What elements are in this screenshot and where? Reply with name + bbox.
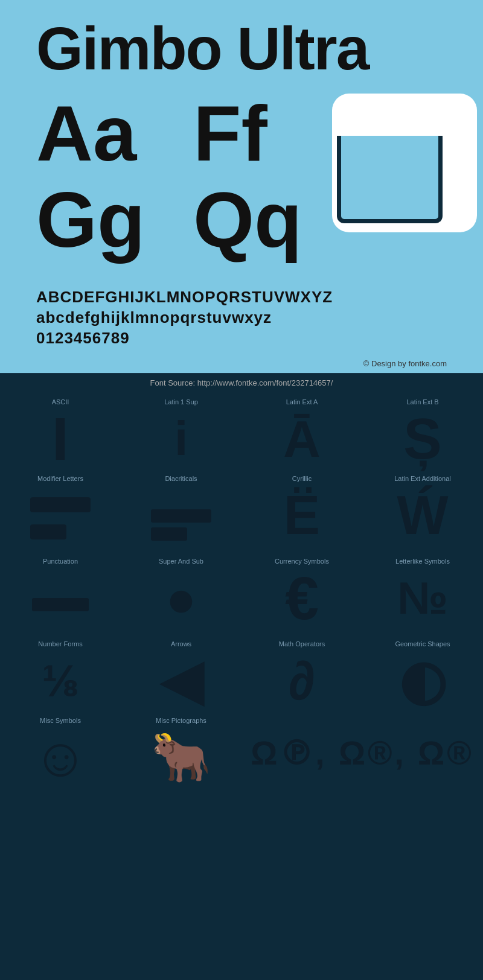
- glyph-row-2: Modifier Letters Diacriticals Cyrillic Ё: [0, 469, 483, 552]
- misc-pictographs-char: 🐂: [121, 727, 242, 788]
- math-operators-label: Math Operators: [242, 634, 362, 651]
- alphabet-section: ABCDEFGHIJKLMNOPQRSTUVWXYZ abcdefghijklm…: [0, 275, 483, 354]
- currency-char: €: [242, 568, 362, 628]
- digits: 0123456789: [36, 328, 447, 349]
- alphabet-upper: ABCDEFGHIJKLMNOPQRSTUVWXYZ: [36, 287, 447, 308]
- featured-glyph-box: [332, 94, 477, 232]
- glyph-Ff: Ff: [193, 91, 314, 177]
- geometric-shapes-label: Geometric Shapes: [362, 634, 483, 651]
- latin1sup-label: Latin 1 Sup: [121, 392, 242, 409]
- misc-symbols-label: Misc Symbols: [0, 711, 121, 727]
- glyph-letterlike: Letterlike Symbols №: [362, 552, 483, 634]
- letterlike-label: Letterlike Symbols: [362, 552, 483, 568]
- source-line: Font Source: http://www.fontke.com/font/…: [0, 373, 483, 392]
- glyph-cyrillic: Cyrillic Ё: [242, 469, 362, 552]
- glyph-Gg: Gg: [36, 177, 157, 263]
- cyrillic-label: Cyrillic: [242, 469, 362, 485]
- source-url[interactable]: http://www.fontke.com/font/232714657/: [197, 378, 333, 387]
- modifier-label: Modifier Letters: [0, 469, 121, 485]
- geometric-shapes-char: ◐: [362, 651, 483, 711]
- glyph-arrows: Arrows ◀: [121, 634, 242, 711]
- glyph-currency: Currency Symbols €: [242, 552, 362, 634]
- svg-rect-3: [151, 527, 187, 541]
- misc-pictographs-label: Misc Pictographs: [121, 711, 242, 727]
- latin-ext-a-char: Ā: [242, 409, 362, 469]
- copyright-line: © Design by fontke.com: [0, 354, 483, 373]
- alphabet-lower: abcdefghijklmnopqrstuvwxyz: [36, 308, 447, 328]
- number-forms-char: ⅛: [0, 651, 121, 711]
- modifier-char: [0, 485, 121, 552]
- punctuation-label: Punctuation: [0, 552, 121, 568]
- glyph-latin-ext-additional: Latin Ext Additional Ẃ: [362, 469, 483, 552]
- glyph-diacriticals: Diacriticals: [121, 469, 242, 552]
- latin-ext-additional-label: Latin Ext Additional: [362, 469, 483, 485]
- math-operators-char: ∂: [242, 651, 362, 711]
- letterlike-char: №: [362, 568, 483, 628]
- diacriticals-char: [121, 485, 242, 552]
- svg-rect-1: [30, 524, 66, 539]
- glyph-super-sub: Super And Sub ●: [121, 552, 242, 634]
- font-title: Gimbo Ultra: [36, 18, 447, 78]
- punctuation-char: [0, 568, 121, 634]
- glyph-misc-symbols: Misc Symbols ☺: [0, 711, 121, 788]
- svg-rect-2: [151, 509, 211, 523]
- latin-ext-additional-char: Ẃ: [362, 485, 483, 546]
- glyph-row-3: Punctuation Super And Sub ● Currency Sym…: [0, 552, 483, 634]
- diacriticals-label: Diacriticals: [121, 469, 242, 485]
- svg-rect-0: [30, 497, 91, 512]
- glyph-punctuation: Punctuation: [0, 552, 121, 634]
- glyph-row-1: ASCII I Latin 1 Sup i Latin Ext A Ā Lati…: [0, 392, 483, 469]
- glyph-Qq: Qq: [193, 177, 314, 263]
- hero-section: Gimbo Ultra Aa Gg Ff Qq: [0, 0, 483, 275]
- glyph-Aa: Aa: [36, 91, 157, 177]
- glyph-latin1sup: Latin 1 Sup i: [121, 392, 242, 469]
- cyrillic-char: Ё: [242, 485, 362, 546]
- glyph-misc-pictographs: Misc Pictographs 🐂: [121, 711, 242, 788]
- omega-label: [242, 711, 483, 720]
- glyph-geometric-shapes: Geometric Shapes ◐: [362, 634, 483, 711]
- arrows-char: ◀: [121, 651, 242, 711]
- ascii-char: I: [0, 409, 121, 469]
- source-label: Font Source:: [150, 378, 195, 387]
- glyph-modifier: Modifier Letters: [0, 469, 121, 552]
- super-sub-label: Super And Sub: [121, 552, 242, 568]
- glyph-latin-ext-a: Latin Ext A Ā: [242, 392, 362, 469]
- glyph-row-5: Misc Symbols ☺ Misc Pictographs 🐂 Ω℗, Ω®…: [0, 711, 483, 788]
- copyright-text: © Design by fontke.com: [363, 359, 447, 368]
- glyph-ascii: ASCII I: [0, 392, 121, 469]
- number-forms-label: Number Forms: [0, 634, 121, 651]
- glyph-omega-variants: Ω℗, Ω®, Ω®: [242, 711, 483, 788]
- glyph-grid: ASCII I Latin 1 Sup i Latin Ext A Ā Lati…: [0, 392, 483, 800]
- glyph-number-forms: Number Forms ⅛: [0, 634, 121, 711]
- latin-ext-b-char: Ș: [362, 409, 483, 469]
- glyph-latin-ext-b: Latin Ext B Ș: [362, 392, 483, 469]
- glyph-row-4: Number Forms ⅛ Arrows ◀ Math Operators ∂…: [0, 634, 483, 711]
- omega-chars: Ω℗, Ω®, Ω®: [242, 720, 483, 786]
- glyph-math-operators: Math Operators ∂: [242, 634, 362, 711]
- misc-symbols-char: ☺: [0, 727, 121, 788]
- super-sub-char: ●: [121, 568, 242, 628]
- svg-rect-4: [32, 598, 89, 611]
- latin-ext-a-label: Latin Ext A: [242, 392, 362, 409]
- latin1sup-char: i: [121, 409, 242, 469]
- arrows-label: Arrows: [121, 634, 242, 651]
